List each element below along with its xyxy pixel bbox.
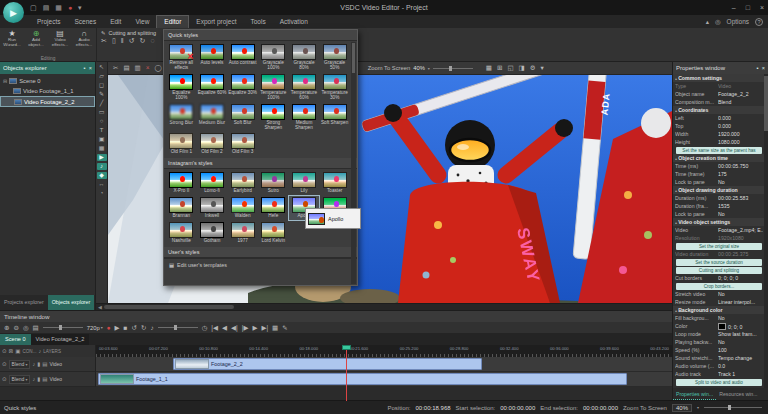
redo-icon[interactable]: ↻	[141, 324, 146, 332]
property-value[interactable]: Video	[718, 83, 763, 89]
track-volume-bar[interactable]	[37, 361, 40, 367]
trim-icon[interactable]: ▯	[112, 37, 116, 45]
style-item[interactable]: Lily	[289, 171, 320, 195]
menu-tab[interactable]: Edit	[103, 15, 128, 28]
blend-mode-select[interactable]: Blend	[9, 360, 31, 369]
speaker-icon[interactable]: ♪	[150, 324, 153, 331]
zoom-out-icon[interactable]: ⊖	[13, 324, 18, 332]
counter-tool-icon[interactable]: ◔	[97, 190, 107, 197]
property-value[interactable]: 00:00:25.375	[718, 251, 763, 257]
transform-icon[interactable]: ◌	[150, 37, 154, 45]
close-icon[interactable]: ×	[762, 62, 765, 74]
collapse-ribbon-icon[interactable]: ▴	[706, 18, 709, 26]
dropdown-scrollbar[interactable]	[351, 42, 356, 284]
style-item[interactable]: Grayscale 100%	[258, 43, 289, 72]
help-icon[interactable]: ?	[755, 18, 763, 26]
chart-tool-icon[interactable]: ▱	[97, 73, 107, 80]
property-value[interactable]: Set the same size as the parent has	[676, 147, 762, 154]
style-item[interactable]: Nashville	[166, 221, 197, 245]
track-content[interactable]: Footage_2_2	[96, 357, 672, 372]
property-value[interactable]: Cutting and splitting	[676, 267, 762, 274]
property-value[interactable]: 1535	[718, 203, 763, 209]
more-caret-icon[interactable]: ▾	[541, 64, 544, 72]
property-value[interactable]: 0; 0; 0; 0	[718, 275, 763, 281]
style-item[interactable]: Medium Sharpen	[289, 103, 320, 132]
knife-icon[interactable]: ✂	[101, 37, 107, 45]
close-button[interactable]: ×	[760, 0, 764, 15]
property-value[interactable]: 1080.000	[718, 139, 763, 145]
panel-tab[interactable]: Resources win...	[716, 388, 760, 400]
zoom-caret-icon[interactable]	[428, 66, 430, 71]
audio-tool-icon[interactable]: ♪	[97, 163, 107, 170]
edit-user-templates-button[interactable]: ▤ Edit user's templates	[164, 258, 357, 271]
property-value[interactable]: No	[718, 291, 763, 297]
pin-icon[interactable]: ▪	[84, 62, 86, 74]
style-item[interactable]: Lomo-fi	[197, 171, 228, 195]
cut-icon[interactable]: ✂	[113, 64, 118, 72]
pin-icon[interactable]: ▪	[757, 62, 759, 74]
property-value[interactable]: Linear interpol...	[718, 299, 763, 305]
zoom-fit-icon[interactable]: ◎	[23, 324, 29, 332]
property-value[interactable]: No	[718, 339, 763, 345]
breadcrumb-tab[interactable]: Video Footage_2_2	[31, 334, 90, 345]
blend-mode-select[interactable]: Blend	[9, 375, 31, 384]
layers-icon[interactable]	[15, 348, 20, 354]
style-item[interactable]: Temperature 60%	[289, 73, 320, 102]
preview-h-scrollbar[interactable]: ◀	[96, 303, 672, 310]
property-value[interactable]: 100	[718, 347, 763, 353]
tooltip-tool-icon[interactable]: ▣	[97, 136, 107, 143]
style-item[interactable]: Temperature 30%	[319, 73, 350, 102]
timeline-clip[interactable]: Footage_2_2	[173, 358, 482, 370]
style-item[interactable]: Equalize 60%	[197, 73, 228, 102]
style-item[interactable]: Medium Blur	[197, 103, 228, 132]
property-value[interactable]: Set the source duration	[676, 259, 762, 266]
menu-tab[interactable]: Tools	[243, 15, 272, 28]
style-item[interactable]: Soft Sharpen	[319, 103, 350, 132]
panel-tab[interactable]: Properties win...	[673, 388, 716, 400]
zoom-value[interactable]: 40%	[413, 65, 425, 71]
close-icon[interactable]: ×	[89, 62, 92, 74]
style-item[interactable]: Walden	[227, 196, 258, 220]
style-item[interactable]: Old Film 2	[197, 132, 228, 156]
property-value[interactable]: 0.000	[718, 115, 763, 121]
property-value[interactable]: 0.000	[718, 123, 763, 129]
property-value[interactable]: No	[718, 315, 763, 321]
property-value[interactable]: 0.0	[718, 363, 763, 369]
next-marker-icon[interactable]: |▶	[242, 324, 249, 332]
property-value[interactable]: Blend	[718, 99, 763, 105]
speaker-icon[interactable]	[38, 348, 41, 354]
video-effects-button[interactable]: ▤ Video effects...	[48, 28, 72, 54]
cutting-splitting-label[interactable]: Cutting and splitting	[109, 30, 156, 36]
options-icon[interactable]: ◎	[715, 18, 721, 26]
timeline-zoom-slider[interactable]	[43, 327, 83, 328]
style-item[interactable]: Brannan	[166, 196, 197, 220]
style-item[interactable]: Sutro	[258, 171, 289, 195]
track-audio-icon[interactable]	[32, 361, 35, 367]
zoom-to-screen-label[interactable]: Zoom To Screen	[368, 65, 410, 71]
property-value[interactable]: Show last fram...	[718, 331, 763, 337]
user-styles-header[interactable]: User's styles	[164, 247, 357, 258]
scrollbar-thumb[interactable]	[104, 305, 234, 309]
sprite-tool-icon[interactable]: ◆	[97, 172, 107, 179]
text-tool-icon[interactable]: T	[97, 127, 107, 134]
property-value[interactable]: 1920.000	[718, 131, 763, 137]
rotate-ccw-icon[interactable]: ↺	[129, 37, 135, 45]
track-volume-bar[interactable]	[37, 376, 40, 382]
zoom-in-icon[interactable]: ⊕	[4, 324, 9, 332]
delete-icon[interactable]: ×	[146, 64, 150, 72]
prev-marker-icon[interactable]: ◀|	[231, 324, 238, 332]
paste-icon[interactable]: ▥	[135, 64, 141, 72]
property-value[interactable]: No	[718, 211, 763, 217]
shape-tool-icon[interactable]: ◻	[97, 82, 107, 89]
prev-frame-icon[interactable]: ◀	[222, 324, 227, 332]
add-object-button[interactable]: ⊕ Add object...	[24, 28, 48, 54]
style-item[interactable]: Equalize 100%	[166, 73, 197, 102]
ellipse-tool-icon[interactable]: ○	[97, 118, 107, 125]
track-visibility-icon[interactable]	[2, 361, 7, 367]
property-value[interactable]: Footage_2.mp4; E...	[718, 227, 763, 233]
chevron-down-icon[interactable]	[697, 405, 699, 410]
line-tool-icon[interactable]: ╱	[97, 100, 107, 107]
copy-icon[interactable]: ▤	[123, 64, 129, 72]
menu-tab[interactable]: Scenes	[67, 15, 103, 28]
property-value[interactable]: 0; 0; 0	[718, 323, 763, 330]
